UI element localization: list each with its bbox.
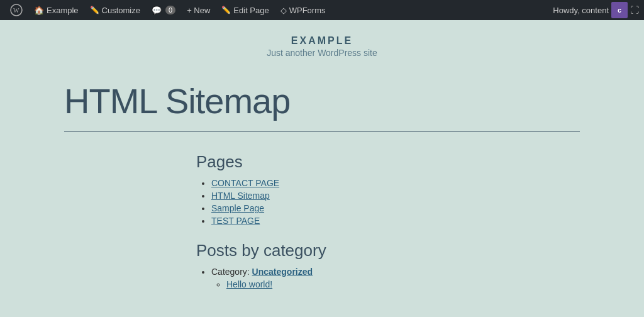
test-page-link[interactable]: TEST PAGE: [211, 216, 260, 226]
admin-bar-example[interactable]: 🏠 Example: [29, 0, 84, 20]
site-title[interactable]: EXAMPLE: [291, 35, 353, 46]
svg-text:W: W: [13, 7, 19, 14]
admin-bar-wpforms[interactable]: ◇ WPForms: [275, 0, 331, 20]
avatar[interactable]: c: [611, 2, 628, 18]
list-item: CONTACT PAGE: [211, 178, 448, 188]
admin-bar-right: Howdy, content c ⛶: [553, 2, 639, 18]
screen-options-icon[interactable]: ⛶: [630, 5, 639, 15]
home-icon: 🏠: [34, 6, 44, 15]
admin-bar-edit-page[interactable]: ✏️ Edit Page: [216, 0, 274, 20]
list-item: Category: Uncategorized Hello world!: [211, 267, 448, 289]
hello-world-link[interactable]: Hello world!: [226, 279, 272, 289]
posts-sub-list: Hello world!: [211, 279, 448, 289]
customize-icon: ✏️: [90, 6, 99, 14]
pages-list: CONTACT PAGE HTML Sitemap Sample Page TE…: [196, 178, 448, 226]
admin-bar-new[interactable]: + New: [182, 0, 215, 20]
admin-bar-customize[interactable]: ✏️ Customize: [85, 0, 145, 20]
admin-bar-comments[interactable]: 💬 0: [147, 0, 180, 20]
wp-logo-button[interactable]: W: [5, 0, 28, 20]
sitemap-content: Pages CONTACT PAGE HTML Sitemap Sample P…: [196, 152, 448, 289]
comments-icon: 💬: [152, 6, 162, 15]
uncategorized-link[interactable]: Uncategorized: [252, 267, 313, 277]
category-list: Category: Uncategorized Hello world!: [196, 267, 448, 289]
admin-bar: W 🏠 Example ✏️ Customize 💬 0 + New ✏️ Ed…: [0, 0, 644, 20]
wpforms-icon: ◇: [280, 6, 287, 15]
category-label: Category:: [211, 267, 250, 277]
main-content: HTML Sitemap Pages CONTACT PAGE HTML Sit…: [39, 68, 605, 317]
list-item: HTML Sitemap: [211, 191, 448, 201]
posts-by-category-heading: Posts by category: [196, 241, 448, 260]
html-sitemap-link[interactable]: HTML Sitemap: [211, 191, 270, 201]
divider: [64, 131, 580, 132]
edit-icon: ✏️: [221, 6, 231, 14]
site-tagline: Just another WordPress site: [0, 48, 644, 58]
site-header: EXAMPLE Just another WordPress site: [0, 20, 644, 68]
list-item: Hello world!: [226, 279, 448, 289]
page-title: HTML Sitemap: [64, 81, 580, 121]
howdy-text: Howdy, content: [553, 6, 609, 15]
sample-page-link[interactable]: Sample Page: [211, 203, 264, 213]
comments-count: 0: [165, 6, 175, 14]
posts-section: Posts by category Category: Uncategorize…: [196, 241, 448, 289]
list-item: TEST PAGE: [211, 216, 448, 226]
pages-heading: Pages: [196, 152, 448, 172]
list-item: Sample Page: [211, 203, 448, 213]
contact-page-link[interactable]: CONTACT PAGE: [211, 178, 279, 188]
new-label: + New: [187, 6, 210, 15]
